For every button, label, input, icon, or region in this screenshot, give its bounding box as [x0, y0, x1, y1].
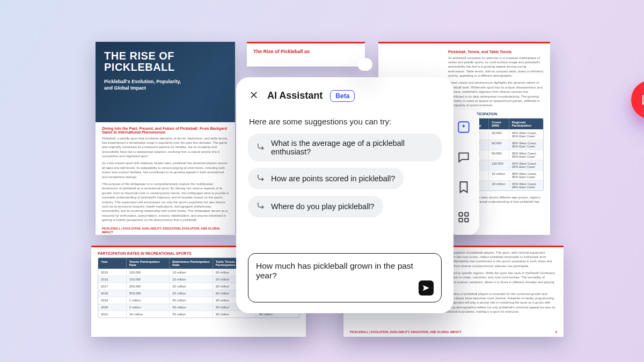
- cover-section-heading: Diving into the Past, Present, and Futur…: [102, 127, 229, 134]
- reply-arrow-icon: [257, 201, 266, 212]
- td: 150,000: [127, 276, 170, 283]
- td: 40% West Coast, 30% East Coast: [509, 130, 543, 139]
- svg-rect-4: [465, 218, 469, 222]
- toolbar-apps-button[interactable]: [456, 209, 472, 225]
- td: 38% West Coast, 30% East Coast: [509, 171, 543, 180]
- mid-header-title: The Rise of Pickleball as: [247, 43, 365, 54]
- td: 2015: [98, 269, 127, 276]
- reply-arrow-icon: [257, 173, 266, 184]
- cover-subtitle: Pickleball's Evolution, Popularity, and …: [104, 78, 185, 91]
- td: 15 million: [489, 171, 509, 180]
- toolbar-bookmark-button[interactable]: [456, 179, 472, 195]
- toolbar-comment-button[interactable]: [456, 149, 472, 165]
- br-page-number: 9: [555, 330, 557, 334]
- cover-title-line1: THE RISE OF: [104, 50, 226, 62]
- doc-page-mid-header: The Rise of Pickleball as: [247, 42, 365, 67]
- reply-arrow-icon: [257, 142, 266, 153]
- td: 100,000: [127, 269, 170, 276]
- right-para: As pickleball competes for attention in …: [448, 56, 544, 78]
- cover-para: As a low-impact sport with relatively si…: [102, 161, 229, 179]
- td: 36% West Coast, 30% East Coast: [509, 150, 543, 160]
- toolbar-ai-sparkle-button[interactable]: [456, 119, 472, 135]
- prompt-input-container: How much has pickleball grown in the pas…: [248, 253, 442, 302]
- send-button[interactable]: [419, 280, 434, 295]
- th: Tennis Participation Rate: [127, 258, 170, 269]
- td: 40% West Coast, 28% East Coast: [509, 160, 543, 170]
- suggestion-chip[interactable]: What is the average age of a pickleball …: [248, 134, 442, 161]
- td: 2017: [98, 283, 127, 290]
- td: 2016: [98, 276, 127, 283]
- prompt-input[interactable]: How much has pickleball grown in the pas…: [256, 261, 434, 280]
- td: 38% West Coast, 30% East Coast: [509, 140, 543, 150]
- composite-stage: THE RISE OF PICKLEBALL Pickleball's Evol…: [91, 42, 553, 321]
- right-heading: Pickleball, Tennis, and Table Tennis: [448, 50, 544, 54]
- panel-title: AI Assistant: [267, 90, 323, 101]
- td: 18 million: [489, 181, 509, 190]
- cover-para: The purpose of this whitepaper is to com…: [102, 182, 229, 223]
- br-footer: PICKLEBALL | EVOLUTION, AVAILABILITY, ED…: [350, 330, 462, 334]
- th: Regional Participation: [509, 119, 543, 129]
- td: 500,000: [127, 290, 170, 297]
- suggestion-chip[interactable]: How are points scored in pickleball?: [248, 168, 404, 189]
- td: 1 million: [127, 297, 170, 304]
- suggestions-intro: Here are some suggestions you can try:: [249, 117, 441, 126]
- td: 2019: [98, 297, 127, 304]
- td: 40% West Coast, 28% East Coast: [509, 181, 543, 190]
- svg-rect-2: [465, 212, 469, 216]
- td: 25 million: [170, 290, 213, 297]
- cover-para: Pickleball, a paddle sport that combines…: [102, 136, 229, 159]
- cover-hero: THE RISE OF PICKLEBALL Pickleball's Evol…: [96, 42, 235, 122]
- td: 60,000: [489, 140, 509, 150]
- cover-footer: PICKLEBALL | EVOLUTION, AVAILABILITY, ED…: [102, 227, 229, 235]
- td: 10 million: [127, 311, 170, 317]
- th: Year: [98, 258, 127, 269]
- ai-assistant-launch-button[interactable]: AI Assistant: [631, 80, 644, 119]
- td: 30 million: [170, 297, 213, 304]
- th: Badminton Participation Rate: [170, 258, 213, 269]
- beta-badge: Beta: [330, 90, 355, 102]
- svg-rect-3: [459, 218, 463, 222]
- td: 120,000: [489, 160, 509, 170]
- suggestion-text: What is the average age of a pickleball …: [271, 139, 433, 156]
- svg-rect-1: [459, 212, 463, 216]
- right-para: These unique and adventurous highlights …: [448, 80, 544, 107]
- ai-assistant-panel: AI Assistant Beta Here are some suggesti…: [236, 77, 453, 313]
- th: Count (000): [489, 119, 509, 129]
- ai-assistant-pill-card: AI Assistant: [357, 58, 372, 71]
- suggestion-text: How are points scored in pickleball?: [271, 174, 395, 183]
- td: 250,000: [127, 283, 170, 290]
- td: 30 million: [170, 304, 213, 311]
- td: 30 million: [170, 311, 213, 317]
- td: 2020: [98, 304, 127, 311]
- td: 90,000: [489, 150, 509, 160]
- td: 2 million: [127, 304, 170, 311]
- td: 10 million: [170, 269, 213, 276]
- panel-header: AI Assistant Beta: [248, 89, 442, 103]
- cover-title-line2: PICKLEBALL: [104, 62, 226, 73]
- doc-page-cover: THE RISE OF PICKLEBALL Pickleball's Evol…: [96, 42, 235, 235]
- suggestion-text: Where do you play pickleball?: [271, 202, 375, 211]
- sparkle-chat-icon: [641, 93, 644, 106]
- td: 2018: [98, 290, 127, 297]
- close-button[interactable]: [248, 89, 260, 103]
- td: 2021: [98, 311, 127, 317]
- td: 10 million: [170, 276, 213, 283]
- td: 40,000: [489, 130, 509, 139]
- suggestion-chip[interactable]: Where do you play pickleball?: [248, 196, 383, 217]
- td: 20 million: [170, 283, 213, 290]
